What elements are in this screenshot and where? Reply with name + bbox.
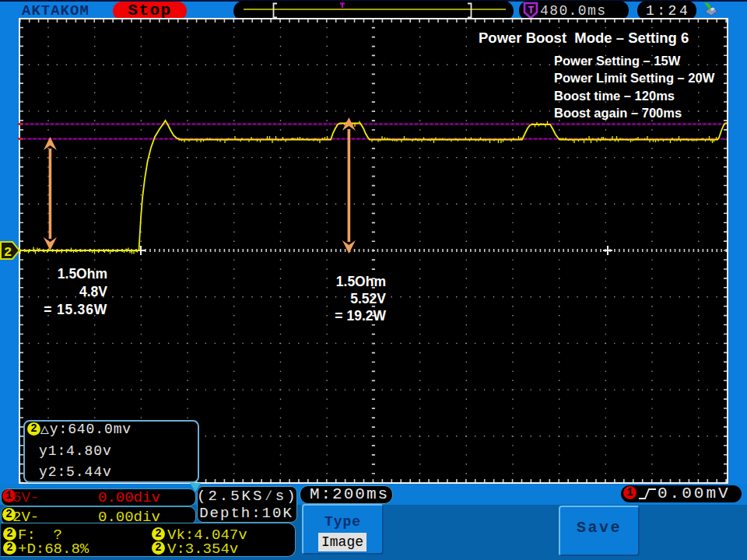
svg-text:T: T	[528, 5, 535, 16]
svg-text:2: 2	[4, 245, 12, 260]
